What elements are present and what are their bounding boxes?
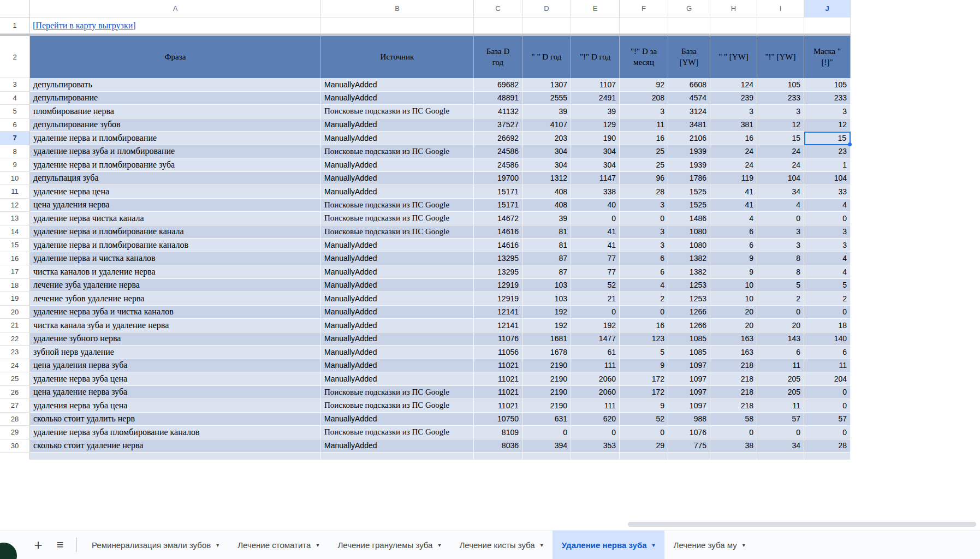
cell-H17[interactable]: 9 <box>710 265 757 279</box>
cell-F20[interactable]: 0 <box>620 306 668 319</box>
cell-I17[interactable]: 8 <box>757 265 804 279</box>
cell-C23[interactable]: 11056 <box>474 346 522 359</box>
cell-H25[interactable]: 218 <box>710 372 757 386</box>
cell-D19[interactable]: 103 <box>522 292 571 306</box>
cell-B6[interactable]: ManuallyAdded <box>321 118 474 132</box>
cell-J19[interactable]: 2 <box>804 292 851 306</box>
cell-E24[interactable]: 111 <box>571 359 620 373</box>
cell-D15[interactable]: 81 <box>522 239 571 252</box>
cell-A29[interactable]: удаление нерва зуба пломбирование канало… <box>30 426 321 439</box>
cell-C18[interactable]: 12919 <box>474 279 522 293</box>
cell-J6[interactable]: 12 <box>804 118 851 132</box>
row-header-23[interactable]: 23 <box>0 346 30 359</box>
horizontal-scrollbar[interactable] <box>628 522 976 527</box>
cell-I25[interactable]: 205 <box>757 372 804 386</box>
cell-A5[interactable]: пломбирование нерва <box>30 105 321 118</box>
cell-D8[interactable]: 304 <box>522 145 571 159</box>
cell-E10[interactable]: 1147 <box>571 172 620 186</box>
row-header-18[interactable]: 18 <box>0 279 30 293</box>
cell-E11[interactable]: 338 <box>571 185 620 199</box>
cell-D7[interactable]: 203 <box>522 132 571 145</box>
cell-E4[interactable]: 2491 <box>571 92 620 105</box>
sheet-tab-1[interactable]: Реминерализация эмали зубов▾ <box>82 531 228 559</box>
cell-H12[interactable]: 41 <box>710 199 757 212</box>
cell-G5[interactable]: 3124 <box>668 105 710 118</box>
cell-H1[interactable] <box>710 17 757 34</box>
column-header-G[interactable]: G <box>668 0 710 17</box>
cell-J15[interactable]: 3 <box>804 239 851 252</box>
cell-F25[interactable]: 172 <box>620 372 668 386</box>
cell-C3[interactable]: 69682 <box>474 78 522 92</box>
cell-H29[interactable]: 0 <box>710 426 757 439</box>
cell-I30[interactable]: 34 <box>757 439 804 453</box>
cell-G13[interactable]: 1486 <box>668 212 710 225</box>
cell-A30[interactable]: сколько стоит удаление нерва <box>30 439 321 453</box>
cell-B13[interactable]: Поисковые подсказки из ПС Google <box>321 212 474 225</box>
cell-I13[interactable]: 0 <box>757 212 804 225</box>
cell-C28[interactable]: 10750 <box>474 413 522 426</box>
cell-A25[interactable]: удаление нерва зуба цена <box>30 372 321 386</box>
cell-D4[interactable]: 2555 <box>522 92 571 105</box>
cell-D18[interactable]: 103 <box>522 279 571 293</box>
cell-I4[interactable]: 233 <box>757 92 804 105</box>
cell-A4[interactable]: депульпирование <box>30 92 321 105</box>
cell-F14[interactable]: 3 <box>620 225 668 239</box>
sheet-tab-5[interactable]: Удаление нерва зуба▾ <box>553 531 664 559</box>
cell-B11[interactable]: ManuallyAdded <box>321 185 474 199</box>
cell-C14[interactable]: 14616 <box>474 225 522 239</box>
cell-I9[interactable]: 24 <box>757 158 804 172</box>
cell-G1[interactable] <box>668 17 710 34</box>
cell-A28[interactable]: сколько стоит удалить нерв <box>30 413 321 426</box>
cell-A15[interactable]: удаление нерва и пломбирование каналов <box>30 239 321 252</box>
cell-F13[interactable]: 0 <box>620 212 668 225</box>
cell-F1[interactable] <box>620 17 668 34</box>
cell-I28[interactable]: 57 <box>757 413 804 426</box>
cell-D22[interactable]: 1681 <box>522 332 571 346</box>
cell-E1[interactable] <box>571 17 620 34</box>
cell-A7[interactable]: удаление нерва и пломбирование <box>30 132 321 145</box>
cell-C4[interactable]: 48891 <box>474 92 522 105</box>
cell-I18[interactable]: 5 <box>757 279 804 293</box>
cell-F17[interactable]: 6 <box>620 265 668 279</box>
cell-C26[interactable]: 11021 <box>474 386 522 400</box>
cell-A13[interactable]: удаление нерва чистка канала <box>30 212 321 225</box>
row-header-2[interactable]: 2 <box>0 36 30 78</box>
cell-C19[interactable]: 12919 <box>474 292 522 306</box>
cell-J1[interactable] <box>804 17 851 34</box>
sheet-tab-6[interactable]: Лечение зуба му▾ <box>664 531 755 559</box>
cell-C8[interactable]: 24586 <box>474 145 522 159</box>
header-cell-I2[interactable]: "!" [YW] <box>757 36 804 78</box>
cell-F5[interactable]: 3 <box>620 105 668 118</box>
cell-I27[interactable]: 11 <box>757 399 804 413</box>
column-header-A[interactable]: A <box>30 0 321 17</box>
header-cell-A2[interactable]: Фраза <box>30 36 321 78</box>
cell-G4[interactable]: 4574 <box>668 92 710 105</box>
cell-I12[interactable]: 4 <box>757 199 804 212</box>
column-header-E[interactable]: E <box>571 0 620 17</box>
cell-F12[interactable]: 3 <box>620 199 668 212</box>
cell-D6[interactable]: 4107 <box>522 118 571 132</box>
cell-A14[interactable]: удаление нерва и пломбирование канала <box>30 225 321 239</box>
cell-B3[interactable]: ManuallyAdded <box>321 78 474 92</box>
add-sheet-button[interactable]: + <box>27 534 49 556</box>
cell-G19[interactable]: 1253 <box>668 292 710 306</box>
cell-J21[interactable]: 18 <box>804 319 851 332</box>
cell-A19[interactable]: лечение зубов удаление нерва <box>30 292 321 306</box>
cell-A21[interactable]: чистка канала зуба и удаление нерва <box>30 319 321 332</box>
cell-B8[interactable]: Поисковые подсказки из ПС Google <box>321 145 474 159</box>
cell-B30[interactable]: ManuallyAdded <box>321 439 474 453</box>
row-header-27[interactable]: 27 <box>0 399 30 413</box>
cell-E6[interactable]: 129 <box>571 118 620 132</box>
row-header-19[interactable]: 19 <box>0 292 30 306</box>
cell-H22[interactable]: 163 <box>710 332 757 346</box>
cell-G16[interactable]: 1382 <box>668 252 710 266</box>
cell-J29[interactable]: 0 <box>804 426 851 439</box>
cell-H11[interactable]: 41 <box>710 185 757 199</box>
cell-B24[interactable]: ManuallyAdded <box>321 359 474 373</box>
cell-J28[interactable]: 57 <box>804 413 851 426</box>
cell-B20[interactable]: ManuallyAdded <box>321 306 474 319</box>
sheet-tab-2[interactable]: Лечение стоматита▾ <box>228 531 328 559</box>
cell-D11[interactable]: 408 <box>522 185 571 199</box>
cell-D24[interactable]: 2190 <box>522 359 571 373</box>
all-sheets-menu-button[interactable]: ≡ <box>49 534 71 556</box>
